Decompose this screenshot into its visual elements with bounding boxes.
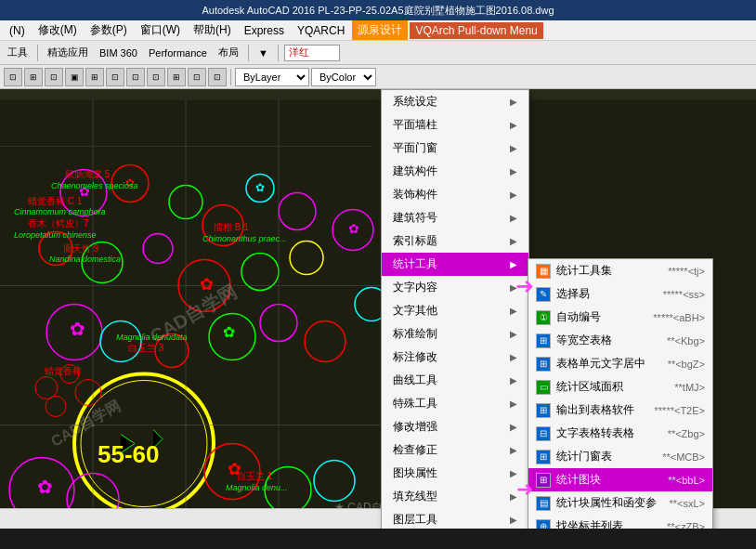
svg-text:鼠肠海棠 5: 鼠肠海棠 5 bbox=[65, 169, 111, 179]
menu-item-pulldown[interactable]: VQArch Pull-down Menu bbox=[410, 22, 542, 39]
sep4 bbox=[230, 69, 231, 85]
menu-item-yuanquan[interactable]: 源泉设计 bbox=[352, 20, 408, 40]
status-bar bbox=[0, 508, 756, 529]
svg-text:✿: ✿ bbox=[255, 181, 265, 194]
toolbar-bim360[interactable]: BIM 360 bbox=[96, 46, 141, 60]
svg-text:✿: ✿ bbox=[37, 477, 53, 497]
menu-item-help[interactable]: 帮助(H) bbox=[188, 20, 237, 40]
svg-text:Chaenomeles speciosa: Chaenomeles speciosa bbox=[51, 181, 138, 190]
menu-item-window[interactable]: 窗口(W) bbox=[135, 20, 186, 40]
toolbar-performance[interactable]: Performance bbox=[145, 46, 211, 60]
svg-text:✿: ✿ bbox=[223, 324, 235, 340]
svg-text:Nandina domestica: Nandina domestica bbox=[49, 255, 121, 264]
svg-text:Cinnamomum camphora: Cinnamomum camphora bbox=[14, 207, 106, 216]
cad-viewport[interactable]: ✿ ✿ ✿ ✿ ✿ ✿ ✿ ✿ ✿ 鼠肠海棠 5 Chaenomeles spe… bbox=[0, 89, 756, 529]
svg-text:香木（鳄皮）7: 香木（鳄皮）7 bbox=[28, 218, 89, 229]
menu-item-modify[interactable]: 修改(M) bbox=[33, 20, 83, 40]
title-text: Autodesk AutoCAD 2016 PL-23-PP-25.02A5庭院… bbox=[202, 4, 554, 18]
toolbar2: ⊡ ⊞ ⊡ ▣ ⊞ ⊡ ⊡ ⊡ ⊞ ⊡ ⊡ ByLayer ByColor bbox=[0, 65, 756, 89]
menu-item-params[interactable]: 参数(P) bbox=[85, 20, 133, 40]
toolbar1: 工具 精选应用 BIM 360 Performance 布局 ▼ bbox=[0, 41, 756, 65]
cad-drawing: ✿ ✿ ✿ ✿ ✿ ✿ ✿ ✿ ✿ 鼠肠海棠 5 Chaenomeles spe… bbox=[0, 89, 756, 529]
tb2-btn3[interactable]: ⊡ bbox=[45, 68, 63, 86]
svg-text:Chimonanthus praec...: Chimonanthus praec... bbox=[202, 234, 287, 243]
toolbar-jingxuan[interactable]: 精选应用 bbox=[44, 44, 92, 61]
svg-text:蜡觉香樟: 蜡觉香樟 bbox=[45, 366, 82, 376]
svg-text:蜡觉香樟 C 1: 蜡觉香樟 C 1 bbox=[28, 196, 83, 206]
svg-text:廊天竹 9: 廊天竹 9 bbox=[63, 243, 99, 254]
tb2-btn2[interactable]: ⊞ bbox=[24, 68, 43, 86]
menu-item-yqarch[interactable]: YQARCH bbox=[292, 22, 350, 39]
menu-bar: (N) 修改(M) 参数(P) 窗口(W) 帮助(H) Express YQAR… bbox=[0, 20, 756, 41]
tb2-btn6[interactable]: ⊡ bbox=[106, 68, 124, 86]
title-bar: Autodesk AutoCAD 2016 PL-23-PP-25.02A5庭院… bbox=[0, 0, 756, 20]
tb2-btn5[interactable]: ⊞ bbox=[85, 68, 104, 86]
sep1 bbox=[37, 45, 38, 61]
svg-text:自玉兰 1: 自玉兰 1 bbox=[237, 471, 273, 481]
sep3 bbox=[278, 45, 279, 61]
bylayer-select[interactable]: ByLayer bbox=[235, 68, 309, 86]
sep2 bbox=[248, 45, 249, 61]
toolbar-tools-label: 工具 bbox=[4, 44, 32, 61]
tb2-btn8[interactable]: ⊡ bbox=[147, 68, 165, 86]
tb2-btn7[interactable]: ⊡ bbox=[126, 68, 145, 86]
menu-item-n[interactable]: (N) bbox=[4, 22, 31, 39]
bycolor-select[interactable]: ByColor bbox=[311, 68, 376, 86]
tb2-btn10[interactable]: ⊡ bbox=[188, 68, 206, 86]
tb2-btn9[interactable]: ⊞ bbox=[167, 68, 186, 86]
menu-item-express[interactable]: Express bbox=[239, 22, 290, 39]
color-input[interactable] bbox=[284, 45, 340, 61]
svg-text:Loropetalum chinense: Loropetalum chinense bbox=[14, 230, 97, 240]
tb2-btn1[interactable]: ⊡ bbox=[4, 68, 22, 86]
tb2-btn4[interactable]: ▣ bbox=[65, 68, 84, 86]
svg-text:✿: ✿ bbox=[200, 275, 214, 294]
svg-text:Magnolia denu...: Magnolia denu... bbox=[226, 483, 288, 492]
svg-text:✿: ✿ bbox=[348, 222, 359, 236]
svg-text:✿: ✿ bbox=[70, 319, 85, 339]
svg-text:擂柑 B 1: 擂柑 B 1 bbox=[214, 222, 249, 232]
toolbar-arrow[interactable]: ▼ bbox=[254, 46, 272, 60]
toolbar-layout[interactable]: 布局 bbox=[215, 44, 242, 61]
svg-text:55-60: 55-60 bbox=[98, 440, 160, 468]
tb2-btn11[interactable]: ⊡ bbox=[208, 68, 227, 86]
